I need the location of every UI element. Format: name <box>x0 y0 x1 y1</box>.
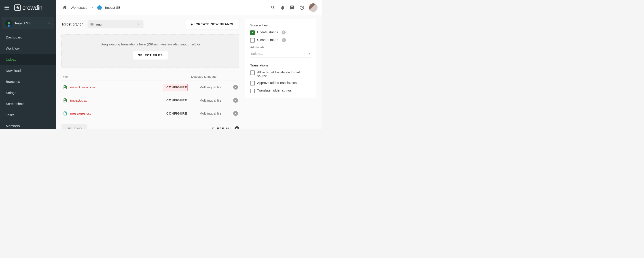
create-branch-label: CREATE NEW BRANCH <box>196 23 235 26</box>
sidebar-item-dashboard[interactable]: Dashboard <box>0 32 56 43</box>
labels-select-placeholder: Select... <box>251 52 263 56</box>
sidebar-item-upload[interactable]: Upload <box>0 54 56 65</box>
brand-name: crowdin <box>22 4 42 11</box>
topbar-left-dark: crowdin <box>0 0 56 15</box>
translations-title: Translations <box>250 63 311 67</box>
main-content: Target branch: main ▼ ＋ CREATE NEW BRANC… <box>56 15 322 129</box>
file-table-head: File Detected language <box>62 73 239 81</box>
sidebar-item-screenshots[interactable]: Screenshots <box>0 98 56 109</box>
help-icon[interactable] <box>300 5 304 10</box>
allow-target-label: Allow target translation to match source <box>257 71 311 78</box>
search-icon[interactable] <box>270 5 276 10</box>
sidebar-item-branches[interactable]: Branches <box>0 76 56 87</box>
clear-all-button[interactable]: CLEAR ALL ✕ <box>212 126 239 129</box>
detected-language: Multilingual file <box>188 98 233 102</box>
file-table: File Detected language impact_misc.xlsx … <box>62 73 239 120</box>
dropzone[interactable]: Drag existing translations here (ZIP arc… <box>62 34 239 68</box>
sidebar-item-tasks[interactable]: Tasks <box>0 109 56 121</box>
chat-icon[interactable] <box>290 5 295 10</box>
detected-language: Multilingual file <box>188 112 233 115</box>
breadcrumb-workspace[interactable]: Workspace <box>71 6 88 10</box>
file-name[interactable]: impact_misc.xlsx <box>70 86 163 89</box>
info-icon[interactable]: i <box>282 31 286 35</box>
source-files-section: Source files Update strings i Cleanup mo… <box>250 23 311 58</box>
chevron-right-icon <box>91 6 94 10</box>
plus-icon: ＋ <box>190 22 194 27</box>
topbar-actions <box>270 3 318 12</box>
table-actions: UPLOAD CLEAR ALL ✕ <box>62 124 239 129</box>
dropzone-hint: Drag existing translations here (ZIP arc… <box>66 42 234 46</box>
close-icon: ✕ <box>234 126 239 129</box>
folder-icon <box>90 23 94 26</box>
col-detected-header: Detected language <box>191 75 216 79</box>
table-row: impact.xlsx CONFIGURE Multilingual file … <box>62 94 239 107</box>
file-name[interactable]: impact.xlsx <box>70 98 163 102</box>
file-name[interactable]: messages.csv <box>70 112 163 115</box>
checkbox-icon <box>250 38 255 43</box>
translate-hidden-checkbox[interactable]: Translate hidden strings <box>250 89 311 93</box>
breadcrumb-project: Impact SB <box>105 6 120 10</box>
topbar: crowdin Workspace Impact SB <box>0 0 322 15</box>
branch-selector[interactable]: main ▼ <box>88 20 143 28</box>
project-avatar-icon <box>97 5 102 10</box>
select-files-button[interactable]: SELECT FILES <box>133 51 168 60</box>
xlsx-file-icon <box>63 85 68 90</box>
breadcrumb: Workspace Impact SB <box>62 5 120 11</box>
checkbox-icon <box>250 71 255 75</box>
checkbox-icon <box>250 81 255 86</box>
csv-file-icon: CSV <box>63 111 68 116</box>
col-file-header: File <box>63 75 191 79</box>
user-avatar[interactable] <box>309 3 318 12</box>
detected-language: Multilingual file <box>188 86 233 89</box>
branch-label: Target branch: <box>62 22 84 27</box>
table-row: impact_misc.xlsx CONFIGURE Multilingual … <box>62 81 239 94</box>
configure-button[interactable]: CONFIGURE <box>163 110 188 117</box>
table-row: CSV messages.csv CONFIGURE Multilingual … <box>62 107 239 120</box>
menu-icon[interactable] <box>4 5 10 11</box>
cleanup-mode-checkbox[interactable]: Cleanup mode i <box>250 38 311 43</box>
translations-section: Translations Allow target translation to… <box>250 63 311 94</box>
add-labels-label: Add labels <box>250 46 311 49</box>
home-icon[interactable] <box>62 5 67 11</box>
remove-file-button[interactable]: ✕ <box>233 85 238 90</box>
update-strings-checkbox[interactable]: Update strings i <box>250 31 311 35</box>
upload-button[interactable]: UPLOAD <box>62 124 87 129</box>
clear-all-label: CLEAR ALL <box>212 127 233 129</box>
allow-target-checkbox[interactable]: Allow target translation to match source <box>250 71 311 78</box>
checkbox-icon <box>250 31 255 35</box>
translate-hidden-label: Translate hidden strings <box>257 89 292 92</box>
source-files-title: Source files <box>250 23 311 27</box>
chevron-down-icon: ▼ <box>308 52 310 55</box>
info-icon[interactable]: i <box>282 38 286 42</box>
branch-value: main <box>96 22 103 26</box>
configure-button[interactable]: CONFIGURE <box>163 84 188 91</box>
approve-added-checkbox[interactable]: Approve added translations <box>250 81 311 86</box>
remove-file-button[interactable]: ✕ <box>233 98 238 103</box>
sidebar-item-members[interactable]: Members <box>0 120 56 129</box>
labels-select[interactable]: Select... ▼ <box>250 51 311 58</box>
configure-button[interactable]: CONFIGURE <box>163 97 188 104</box>
settings-panel: Source files Update strings i Cleanup mo… <box>245 19 316 98</box>
project-selector-label: Impact SB <box>15 21 45 25</box>
sidebar-item-strings[interactable]: Strings <box>0 87 56 98</box>
project-selector[interactable]: Impact SB ▼ <box>2 17 54 29</box>
chevron-down-icon: ▼ <box>137 23 139 26</box>
approve-added-label: Approve added translations <box>257 81 297 85</box>
update-strings-label: Update strings <box>257 31 278 34</box>
svg-text:CSV: CSV <box>64 114 66 115</box>
create-branch-button[interactable]: ＋ CREATE NEW BRANCH <box>185 19 239 29</box>
sidebar-item-download[interactable]: Download <box>0 65 56 76</box>
logo-mark-icon <box>14 5 21 11</box>
upload-panel: Target branch: main ▼ ＋ CREATE NEW BRANC… <box>62 19 239 125</box>
checkbox-icon <box>250 89 255 93</box>
sidebar-item-workflow[interactable]: Workflow <box>0 43 56 54</box>
cleanup-mode-label: Cleanup mode <box>257 38 278 42</box>
brand-logo[interactable]: crowdin <box>14 4 42 11</box>
sidebar: Impact SB ▼ Dashboard Workflow Upload Do… <box>0 15 56 129</box>
xlsx-file-icon <box>63 98 68 103</box>
bell-icon[interactable] <box>280 5 285 10</box>
project-avatar-icon <box>5 20 12 27</box>
chevron-down-icon: ▼ <box>48 22 50 25</box>
branch-row: Target branch: main ▼ ＋ CREATE NEW BRANC… <box>62 19 239 29</box>
remove-file-button[interactable]: ✕ <box>233 111 238 116</box>
